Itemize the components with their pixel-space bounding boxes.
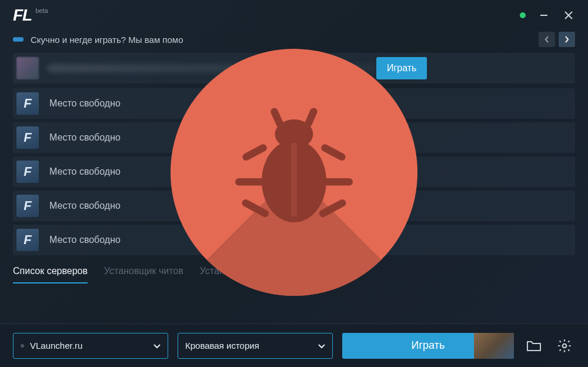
version-label: Кровавая история (185, 341, 259, 351)
main-play-label: Играть (412, 339, 445, 352)
svg-rect-8 (291, 143, 297, 216)
slot-badge-icon: F (16, 92, 39, 115)
slot-badge-icon: F (16, 161, 39, 183)
slot-label: Место свободно (49, 201, 121, 211)
main-play-button[interactable]: Играть (342, 333, 514, 359)
slot-badge-icon: F (16, 195, 39, 217)
minimize-button[interactable] (537, 9, 550, 22)
account-select[interactable]: VLauncher.ru (13, 333, 168, 359)
svg-rect-13 (320, 178, 353, 186)
featured-thumbnail (16, 57, 39, 79)
svg-rect-10 (235, 178, 268, 186)
chevron-down-icon (318, 341, 325, 351)
window-controls (520, 9, 575, 22)
settings-button[interactable] (554, 335, 575, 356)
beta-tag: beta (35, 7, 48, 14)
svg-rect-12 (320, 143, 347, 162)
slot-label: Место свободно (49, 166, 121, 177)
account-label: VLauncher.ru (30, 341, 82, 351)
online-status-dot (520, 12, 526, 18)
slot-label: Место свободно (49, 98, 121, 109)
bottom-bar: VLauncher.ru Кровавая история Играть (0, 323, 588, 367)
open-folder-button[interactable] (523, 335, 544, 356)
play-button-art (474, 333, 514, 359)
app-logo: FL (13, 6, 32, 25)
svg-rect-14 (318, 198, 348, 219)
account-status-dot (21, 344, 24, 348)
close-button[interactable] (562, 9, 575, 22)
promo-text: Скучно и негде играть? Мы вам помо (31, 35, 532, 45)
featured-play-button[interactable]: Играть (376, 57, 427, 79)
bug-overlay-badge (171, 49, 417, 296)
version-select[interactable]: Кровавая история (178, 333, 333, 359)
logo-block: FL beta (13, 6, 48, 25)
slot-badge-icon: F (16, 126, 39, 149)
svg-rect-11 (240, 198, 270, 219)
tab-cheat-installer[interactable]: Установщик читов (104, 266, 183, 283)
bug-icon (220, 99, 368, 246)
chevron-down-icon (153, 341, 161, 351)
gamepad-icon (13, 34, 24, 45)
promo-prev-button[interactable] (539, 32, 555, 47)
promo-next-button[interactable] (559, 32, 575, 47)
titlebar: FL beta (0, 0, 588, 28)
svg-rect-9 (241, 143, 268, 162)
slot-label: Место свободно (49, 235, 121, 245)
slot-label: Место свободно (49, 132, 121, 143)
svg-point-3 (563, 343, 567, 348)
promo-nav (539, 32, 575, 47)
tab-server-list[interactable]: Список серверов (13, 266, 88, 283)
slot-badge-icon: F (16, 229, 39, 251)
